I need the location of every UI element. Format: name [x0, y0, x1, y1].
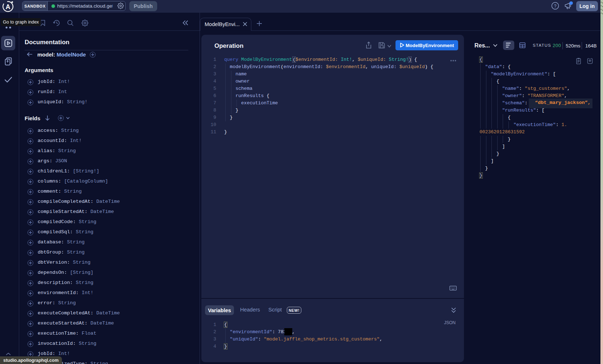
- svg-text:?: ?: [554, 4, 557, 9]
- svg-text:A: A: [6, 3, 11, 11]
